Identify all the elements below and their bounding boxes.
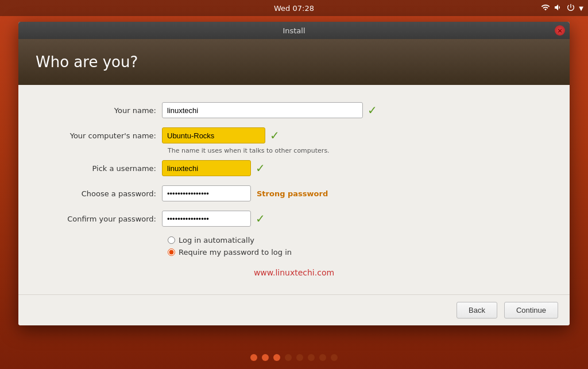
require-password-radio[interactable] — [168, 248, 175, 256]
continue-button[interactable]: Continue — [504, 302, 558, 318]
auto-login-label: Log in automatically — [179, 236, 254, 244]
name-input[interactable] — [162, 102, 363, 118]
topbar: Wed 07:28 ▼ — [0, 0, 588, 16]
network-icon — [541, 3, 550, 14]
name-label: Your name: — [41, 106, 162, 115]
auto-login-radio[interactable] — [168, 236, 175, 244]
button-row: Back Continue — [18, 294, 570, 325]
confirm-label: Confirm your password: — [41, 215, 162, 223]
topbar-icons: ▼ — [541, 3, 583, 14]
confirm-password-row: Confirm your password: ✓ — [41, 211, 547, 227]
back-button[interactable]: Back — [457, 302, 497, 318]
window-title: Install — [283, 26, 305, 35]
dot-4 — [285, 354, 292, 361]
confirm-password-input[interactable] — [162, 211, 251, 227]
install-window: Install × Who are you? Your name: ✓ Your… — [18, 22, 570, 325]
watermark: www.linuxtechi.com — [41, 268, 547, 277]
page-title: Who are you? — [36, 53, 138, 71]
username-checkmark: ✓ — [256, 161, 265, 175]
chevron-down-icon[interactable]: ▼ — [579, 5, 583, 11]
computer-hint: The name it uses when it talks to other … — [168, 147, 547, 154]
name-row: Your name: ✓ — [41, 102, 547, 118]
computer-label: Your computer's name: — [41, 131, 162, 140]
password-label: Choose a password: — [41, 189, 162, 198]
close-button[interactable]: × — [555, 25, 565, 36]
confirm-checkmark: ✓ — [256, 212, 265, 226]
computer-name-input[interactable] — [162, 127, 265, 143]
login-options: Log in automatically Require my password… — [168, 236, 547, 257]
computer-name-row: Your computer's name: ✓ — [41, 127, 547, 143]
dot-6 — [308, 354, 315, 361]
window-titlebar: Install × — [18, 22, 570, 39]
watermark-link[interactable]: www.linuxtechi.com — [254, 268, 334, 277]
auto-login-row: Log in automatically — [168, 236, 547, 244]
clock: Wed 07:28 — [274, 4, 314, 13]
username-label: Pick a username: — [41, 164, 162, 173]
pagination — [250, 354, 338, 361]
page-header: Who are you? — [18, 39, 570, 85]
username-row: Pick a username: ✓ — [41, 160, 547, 176]
dot-1 — [250, 354, 257, 361]
name-checkmark: ✓ — [368, 103, 377, 117]
computer-checkmark: ✓ — [270, 129, 280, 142]
username-input[interactable] — [162, 160, 251, 176]
password-strength-label: Strong password — [257, 189, 328, 198]
password-input[interactable] — [162, 185, 251, 201]
volume-icon — [554, 3, 563, 14]
require-password-row: Require my password to log in — [168, 248, 547, 257]
dot-8 — [331, 354, 338, 361]
dot-7 — [319, 354, 326, 361]
dot-3 — [273, 354, 280, 361]
power-icon — [566, 3, 575, 14]
dot-5 — [296, 354, 303, 361]
require-password-label: Require my password to log in — [179, 248, 292, 257]
password-row: Choose a password: Strong password — [41, 185, 547, 201]
form-content: Your name: ✓ Your computer's name: ✓ The… — [18, 85, 570, 294]
dot-2 — [262, 354, 269, 361]
